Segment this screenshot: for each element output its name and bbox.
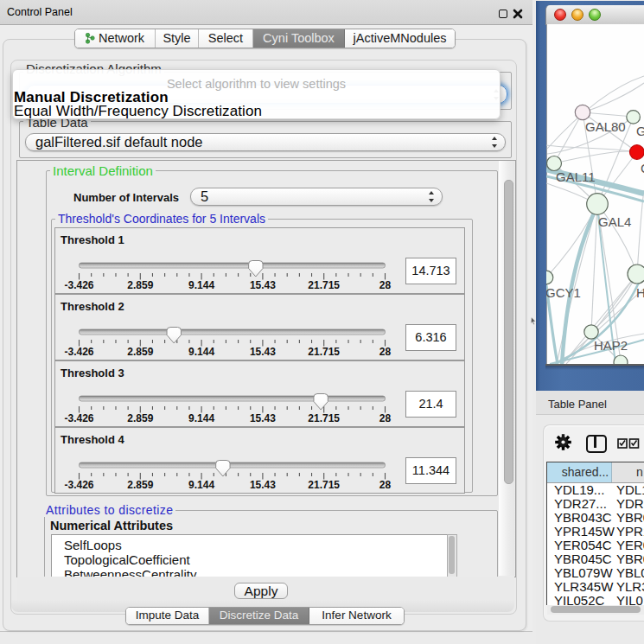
- svg-text:2.859: 2.859: [127, 479, 153, 491]
- svg-text:-3.426: -3.426: [64, 412, 93, 424]
- svg-text:28: 28: [379, 479, 392, 491]
- svg-text:C: C: [641, 161, 644, 175]
- svg-text:9.144: 9.144: [188, 412, 214, 424]
- svg-text:G.: G.: [636, 124, 644, 138]
- svg-text:-3.426: -3.426: [64, 479, 93, 491]
- svg-text:GAL4: GAL4: [598, 214, 631, 229]
- svg-text:GAL80: GAL80: [585, 119, 626, 134]
- svg-text:9.144: 9.144: [188, 279, 214, 291]
- svg-text:9.144: 9.144: [188, 479, 214, 491]
- svg-text:15.43: 15.43: [250, 412, 276, 424]
- svg-text:-3.426: -3.426: [64, 279, 93, 291]
- svg-text:21.715: 21.715: [308, 279, 340, 291]
- svg-text:21.715: 21.715: [308, 412, 340, 424]
- svg-text:2.859: 2.859: [127, 412, 153, 424]
- svg-text:28: 28: [379, 279, 392, 291]
- svg-text:-3.426: -3.426: [64, 346, 93, 358]
- svg-text:HAP2: HAP2: [594, 338, 628, 353]
- svg-text:GCY1: GCY1: [546, 285, 581, 300]
- svg-text:21.715: 21.715: [308, 346, 340, 358]
- svg-text:2.859: 2.859: [127, 279, 153, 291]
- svg-text:28: 28: [379, 346, 392, 358]
- svg-text:15.43: 15.43: [250, 346, 276, 358]
- svg-text:28: 28: [379, 412, 392, 424]
- svg-text:9.144: 9.144: [188, 346, 214, 358]
- svg-text:H: H: [636, 285, 644, 300]
- svg-text:21.715: 21.715: [308, 479, 340, 491]
- svg-text:15.43: 15.43: [250, 279, 276, 291]
- svg-text:2.859: 2.859: [127, 346, 153, 358]
- svg-text:GAL11: GAL11: [556, 169, 596, 184]
- svg-text:15.43: 15.43: [250, 479, 276, 491]
